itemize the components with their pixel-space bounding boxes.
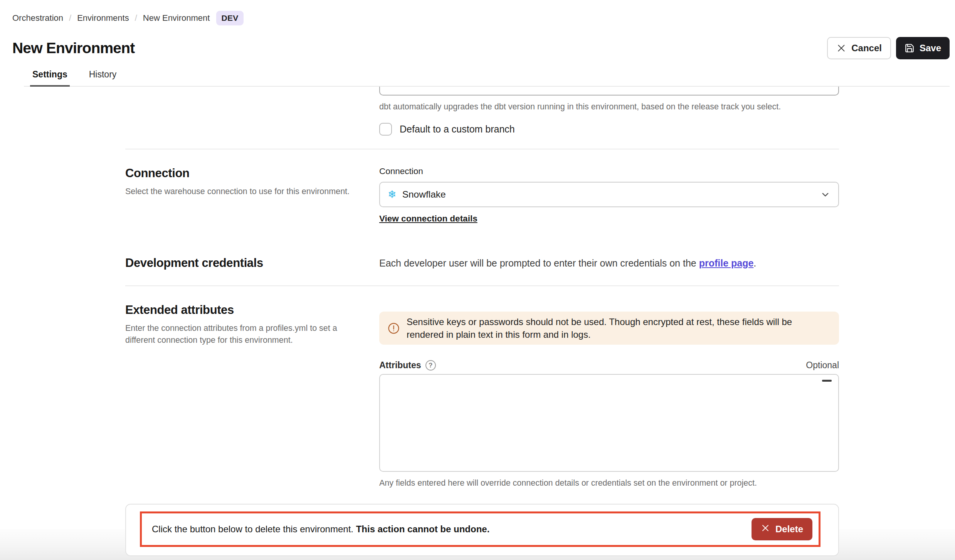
sensitive-keys-warning: Sensitive keys or passwords should not b… bbox=[379, 312, 839, 345]
custom-branch-row: Default to a custom branch bbox=[379, 123, 839, 136]
connection-field-label: Connection bbox=[379, 166, 839, 176]
breadcrumb-separator: / bbox=[69, 13, 71, 23]
release-track-block: dbt automatically upgrades the dbt versi… bbox=[379, 87, 839, 136]
extended-attributes-section: Extended attributes Enter the connection… bbox=[125, 286, 839, 488]
connection-heading: Connection bbox=[125, 166, 362, 180]
dev-credentials-content: Each developer user will be prompted to … bbox=[379, 258, 839, 269]
attributes-textarea[interactable] bbox=[380, 375, 838, 471]
dev-credentials-intro: Development credentials bbox=[125, 256, 379, 270]
attributes-field-label: Attributes ? bbox=[379, 360, 436, 371]
attributes-label-text: Attributes bbox=[379, 360, 421, 371]
release-track-input-fragment[interactable] bbox=[379, 87, 839, 96]
save-button[interactable]: Save bbox=[896, 37, 950, 59]
save-button-label: Save bbox=[920, 43, 941, 54]
title-row: New Environment Cancel Save bbox=[12, 37, 950, 59]
save-icon bbox=[905, 43, 915, 53]
custom-branch-label: Default to a custom branch bbox=[400, 124, 515, 135]
connection-section-intro: Connection Select the warehouse connecti… bbox=[125, 166, 379, 224]
page-header: Orchestration / Environments / New Envir… bbox=[0, 0, 955, 87]
warning-text: Sensitive keys or passwords should not b… bbox=[407, 315, 831, 341]
connection-description: Select the warehouse connection to use f… bbox=[125, 186, 362, 198]
connection-select[interactable]: ❄ Snowflake bbox=[379, 182, 839, 207]
connection-fields: Connection ❄ Snowflake View connection d… bbox=[379, 166, 839, 224]
delete-warning-text: Click the button below to delete this en… bbox=[152, 524, 489, 535]
attributes-label-row: Attributes ? Optional bbox=[379, 360, 839, 371]
profile-page-link[interactable]: profile page bbox=[699, 258, 754, 268]
env-type-badge: DEV bbox=[216, 11, 243, 25]
delete-text-regular: Click the button below to delete this en… bbox=[152, 524, 356, 534]
dev-credentials-text: Each developer user will be prompted to … bbox=[379, 258, 839, 269]
view-connection-details-link[interactable]: View connection details bbox=[379, 214, 478, 224]
dev-credentials-section: Development credentials Each developer u… bbox=[125, 224, 839, 270]
dev-credentials-text-before: Each developer user will be prompted to … bbox=[379, 258, 699, 268]
chevron-down-icon bbox=[820, 189, 831, 200]
extended-attributes-intro: Extended attributes Enter the connection… bbox=[125, 303, 379, 488]
tab-settings[interactable]: Settings bbox=[30, 69, 70, 87]
connection-select-value: Snowflake bbox=[402, 189, 446, 200]
extended-attributes-heading: Extended attributes bbox=[125, 303, 362, 317]
close-icon bbox=[836, 43, 846, 53]
breadcrumb-orchestration[interactable]: Orchestration bbox=[12, 13, 63, 23]
breadcrumb-new-environment: New Environment bbox=[143, 13, 210, 23]
alert-circle-icon bbox=[388, 322, 400, 334]
breadcrumb-separator: / bbox=[135, 13, 137, 23]
optional-badge: Optional bbox=[806, 360, 839, 371]
delete-button-label: Delete bbox=[775, 524, 803, 535]
breadcrumb-environments[interactable]: Environments bbox=[77, 13, 129, 23]
connection-section: Connection Select the warehouse connecti… bbox=[125, 149, 839, 224]
settings-form: dbt automatically upgrades the dbt versi… bbox=[0, 87, 839, 556]
release-track-help-text: dbt automatically upgrades the dbt versi… bbox=[379, 101, 839, 112]
cancel-button[interactable]: Cancel bbox=[827, 37, 891, 59]
close-icon bbox=[761, 523, 770, 535]
delete-text-bold: This action cannot be undone. bbox=[356, 524, 490, 534]
new-environment-page: Orchestration / Environments / New Envir… bbox=[0, 0, 955, 560]
page-title: New Environment bbox=[12, 40, 135, 57]
delete-warning-highlight: Click the button below to delete this en… bbox=[140, 511, 820, 547]
breadcrumb: Orchestration / Environments / New Envir… bbox=[12, 11, 950, 25]
tab-history[interactable]: History bbox=[87, 69, 119, 86]
delete-button[interactable]: Delete bbox=[752, 518, 812, 540]
extended-attributes-description: Enter the connection attributes from a p… bbox=[125, 322, 362, 346]
collapse-editor-icon[interactable] bbox=[822, 380, 832, 382]
cancel-button-label: Cancel bbox=[851, 43, 882, 54]
extended-attributes-fields: Sensitive keys or passwords should not b… bbox=[379, 303, 839, 488]
dev-credentials-text-after: . bbox=[753, 258, 756, 268]
custom-branch-checkbox[interactable] bbox=[379, 123, 392, 136]
dev-credentials-heading: Development credentials bbox=[125, 256, 362, 270]
attributes-help-text: Any fields entered here will override co… bbox=[379, 478, 839, 488]
header-actions: Cancel Save bbox=[827, 37, 950, 59]
snowflake-icon: ❄ bbox=[388, 189, 397, 200]
help-icon[interactable]: ? bbox=[425, 360, 436, 371]
delete-environment-card: Click the button below to delete this en… bbox=[125, 504, 839, 556]
attributes-editor bbox=[379, 374, 839, 472]
tabs-bar: Settings History bbox=[24, 69, 950, 87]
